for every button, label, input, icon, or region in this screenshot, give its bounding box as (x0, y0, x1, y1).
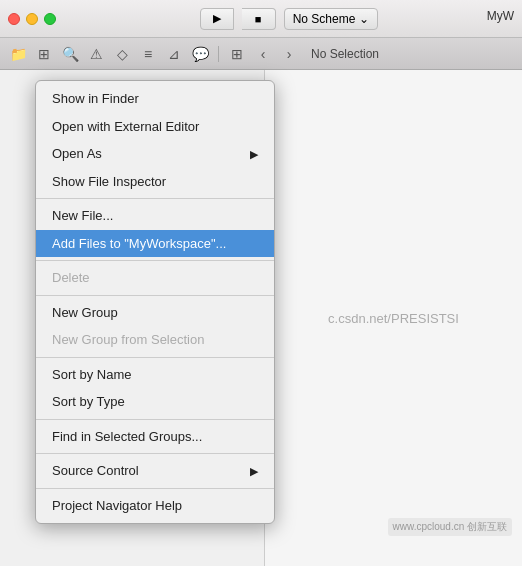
menu-label-source-control: Source Control (52, 461, 250, 481)
menu-separator (36, 295, 274, 296)
watermark: www.cpcloud.cn 创新互联 (388, 518, 512, 536)
maximize-button[interactable] (44, 13, 56, 25)
left-panel: Show in FinderOpen with External EditorO… (0, 70, 265, 566)
menu-separator (36, 488, 274, 489)
title-bar: ▶ ■ No Scheme ⌄ MyW (0, 0, 522, 38)
search-icon[interactable]: 🔍 (58, 42, 82, 66)
menu-arrow-source-control: ▶ (250, 463, 258, 480)
menu-item-show-file-inspector[interactable]: Show File Inspector (36, 168, 274, 196)
menu-separator (36, 260, 274, 261)
workspace-title: MyW (487, 9, 514, 23)
toolbar-separator (218, 46, 219, 62)
chat-icon[interactable]: 💬 (188, 42, 212, 66)
close-button[interactable] (8, 13, 20, 25)
menu-item-open-with-editor[interactable]: Open with External Editor (36, 113, 274, 141)
hierarchy-icon[interactable]: ⊞ (32, 42, 56, 66)
menu-label-find-in-groups: Find in Selected Groups... (52, 427, 258, 447)
menu-label-show-file-inspector: Show File Inspector (52, 172, 258, 192)
menu-item-new-group-selection: New Group from Selection (36, 326, 274, 354)
minimize-button[interactable] (26, 13, 38, 25)
menu-item-new-group[interactable]: New Group (36, 299, 274, 327)
menu-label-new-group-selection: New Group from Selection (52, 330, 258, 350)
menu-arrow-open-as: ▶ (250, 146, 258, 163)
play-button[interactable]: ▶ (200, 8, 234, 30)
menu-item-sort-by-type[interactable]: Sort by Type (36, 388, 274, 416)
menu-item-find-in-groups[interactable]: Find in Selected Groups... (36, 423, 274, 451)
prev-icon[interactable]: ‹ (251, 42, 275, 66)
menu-separator (36, 419, 274, 420)
site-text: c.csdn.net/PRESISTSI (328, 311, 459, 326)
menu-item-source-control[interactable]: Source Control▶ (36, 457, 274, 485)
breadcrumb: No Selection (303, 47, 387, 61)
watermark-text: www.cpcloud.cn 创新互联 (393, 521, 507, 532)
list-icon[interactable]: ≡ (136, 42, 160, 66)
scheme-chevron: ⌄ (359, 12, 369, 26)
menu-item-open-as[interactable]: Open As▶ (36, 140, 274, 168)
menu-label-project-navigator-help: Project Navigator Help (52, 496, 258, 516)
menu-item-show-in-finder[interactable]: Show in Finder (36, 85, 274, 113)
stop-button[interactable]: ■ (242, 8, 276, 30)
menu-label-open-as: Open As (52, 144, 250, 164)
traffic-lights (8, 13, 56, 25)
menu-label-sort-by-name: Sort by Name (52, 365, 258, 385)
next-icon[interactable]: › (277, 42, 301, 66)
menu-label-new-file: New File... (52, 206, 258, 226)
menu-label-show-in-finder: Show in Finder (52, 89, 258, 109)
menu-item-delete: Delete (36, 264, 274, 292)
branch-icon[interactable]: ⊿ (162, 42, 186, 66)
context-menu: Show in FinderOpen with External EditorO… (35, 80, 275, 524)
menu-item-project-navigator-help[interactable]: Project Navigator Help (36, 492, 274, 520)
menu-label-add-files: Add Files to "MyWorkspace"... (52, 234, 258, 254)
warning-icon[interactable]: ⚠ (84, 42, 108, 66)
nav-toolbar: 📁 ⊞ 🔍 ⚠ ◇ ≡ ⊿ 💬 ⊞ ‹ › No Selection (0, 38, 522, 70)
menu-label-delete: Delete (52, 268, 258, 288)
menu-item-new-file[interactable]: New File... (36, 202, 274, 230)
main-area: Show in FinderOpen with External EditorO… (0, 70, 522, 566)
menu-label-open-with-editor: Open with External Editor (52, 117, 258, 137)
grid-icon[interactable]: ⊞ (225, 42, 249, 66)
menu-separator (36, 198, 274, 199)
right-panel: c.csdn.net/PRESISTSI www.cpcloud.cn 创新互联 (265, 70, 522, 566)
menu-item-add-files[interactable]: Add Files to "MyWorkspace"... (36, 230, 274, 258)
bookmark-icon[interactable]: ◇ (110, 42, 134, 66)
menu-item-sort-by-name[interactable]: Sort by Name (36, 361, 274, 389)
scheme-selector[interactable]: No Scheme ⌄ (284, 8, 379, 30)
scheme-label: No Scheme (293, 12, 356, 26)
folder-icon[interactable]: 📁 (6, 42, 30, 66)
menu-label-sort-by-type: Sort by Type (52, 392, 258, 412)
menu-separator (36, 453, 274, 454)
menu-label-new-group: New Group (52, 303, 258, 323)
right-text: c.csdn.net/PRESISTSI (328, 311, 459, 326)
menu-separator (36, 357, 274, 358)
